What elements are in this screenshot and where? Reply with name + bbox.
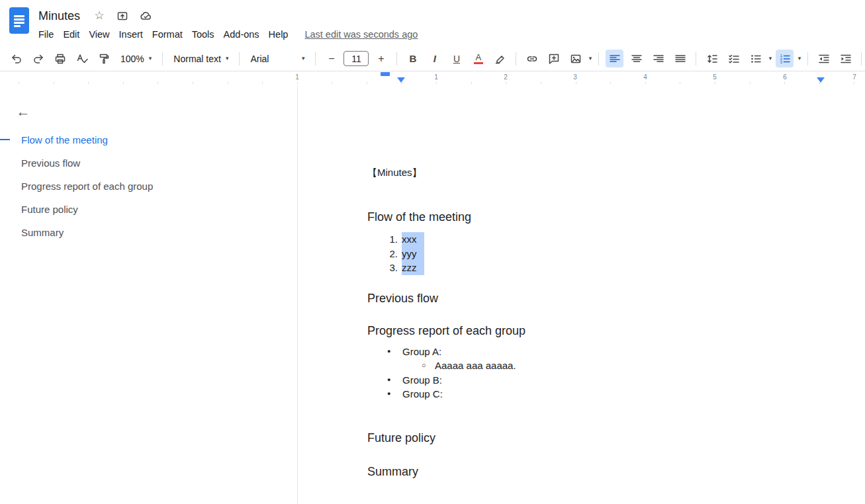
chevron-down-icon: ▾ (149, 50, 152, 67)
menu-help[interactable]: Help (264, 27, 293, 42)
checklist-button[interactable] (725, 50, 743, 67)
italic-button[interactable]: I (426, 50, 443, 67)
justify-button[interactable] (671, 50, 689, 67)
bullet-icon: ● (387, 373, 402, 388)
list-text[interactable]: Group A: (402, 345, 441, 359)
insert-link-button[interactable] (523, 50, 541, 67)
menu-format[interactable]: Format (148, 27, 187, 42)
list-item[interactable]: 1. xxx (367, 232, 852, 247)
svg-text:3: 3 (780, 60, 783, 64)
ruler-number: 1 (295, 73, 299, 81)
styles-dropdown[interactable]: Normal text ▾ (167, 50, 234, 67)
chevron-down-icon: ▾ (589, 50, 592, 67)
menu-view[interactable]: View (84, 27, 114, 42)
list-item[interactable]: ○ Aaaaa aaa aaaaa. (367, 358, 852, 373)
text-color-button[interactable]: A (469, 50, 487, 67)
menu-addons[interactable]: Add-ons (219, 27, 264, 42)
first-line-indent-marker[interactable] (397, 77, 405, 83)
align-right-button[interactable] (649, 50, 667, 67)
increase-indent-button[interactable] (837, 50, 854, 67)
back-arrow-icon: ← (17, 104, 30, 120)
list-text[interactable]: Group C: (402, 387, 443, 401)
outline-item-flow-of-the-meeting[interactable]: Flow of the meeting (0, 128, 297, 151)
document-page[interactable]: 【Minutes】 Flow of the meeting 1. xxx 2. … (298, 85, 865, 479)
line-spacing-icon (706, 53, 718, 65)
doc-heading-previous[interactable]: Previous flow (367, 291, 852, 306)
list-text[interactable]: Group B: (402, 373, 442, 388)
print-button[interactable] (51, 50, 69, 67)
spellcheck-button[interactable] (73, 50, 91, 67)
decrease-indent-button[interactable] (815, 50, 833, 67)
menu-edit[interactable]: Edit (58, 27, 84, 42)
list-item[interactable]: ● Group C: (367, 387, 852, 401)
list-item[interactable]: 3. zzz (367, 261, 852, 275)
undo-button[interactable] (7, 50, 25, 67)
outline-item-summary[interactable]: Summary (0, 221, 297, 244)
menu-file[interactable]: File (34, 27, 58, 42)
cloud-status-icon (140, 10, 152, 22)
cloud-status-icon[interactable] (137, 8, 154, 24)
document-title[interactable]: Minutes (38, 8, 80, 24)
close-outline-button[interactable]: ← (13, 102, 33, 122)
doc-heading-progress[interactable]: Progress report of each group (367, 323, 852, 338)
align-right-icon (653, 53, 664, 65)
docs-logo-icon[interactable] (9, 7, 29, 34)
outline-item-future-policy[interactable]: Future policy (0, 198, 297, 221)
increase-font-size-button[interactable]: + (372, 50, 390, 67)
paint-format-button[interactable] (95, 50, 113, 67)
doc-heading-flow[interactable]: Flow of the meeting (367, 210, 852, 224)
list-item[interactable]: ● Group A: (367, 345, 852, 359)
left-indent-marker[interactable] (381, 72, 390, 76)
align-left-button[interactable] (606, 50, 623, 67)
doc-heading-future[interactable]: Future policy (367, 431, 852, 445)
selected-text[interactable]: xxx (402, 232, 424, 247)
move-to-folder-icon[interactable] (114, 8, 131, 24)
undo-icon (11, 53, 23, 65)
doc-intro-line[interactable]: 【Minutes】 (367, 166, 852, 179)
outline-item-label: Progress report of each group (21, 181, 153, 192)
chevron-down-icon: ▾ (798, 50, 801, 67)
font-value: Arial (250, 54, 269, 64)
outline-item-progress-report[interactable]: Progress report of each group (0, 175, 297, 198)
numbered-list-icon: 123 (779, 53, 791, 65)
zoom-dropdown[interactable]: 100% ▾ (114, 50, 158, 67)
chevron-down-icon: ▾ (769, 50, 772, 67)
align-center-button[interactable] (627, 50, 645, 67)
font-dropdown[interactable]: Arial ▾ (244, 50, 310, 67)
selected-text[interactable]: yyy (402, 247, 424, 261)
line-spacing-button[interactable] (703, 50, 721, 67)
font-size-input[interactable] (343, 51, 369, 66)
list-item[interactable]: 2. yyy (367, 247, 852, 261)
ruler-number: 4 (643, 73, 647, 81)
menu-tools[interactable]: Tools (187, 27, 219, 42)
selected-text[interactable]: zzz (402, 261, 424, 275)
numbered-list-button[interactable]: 123 (776, 50, 794, 67)
body: ← Flow of the meeting Previous flow Prog… (0, 85, 865, 504)
list-text[interactable]: Aaaaa aaa aaaaa. (435, 358, 516, 373)
decrease-font-size-button[interactable]: − (322, 50, 340, 67)
doc-heading-summary[interactable]: Summary (367, 464, 852, 479)
menu-insert[interactable]: Insert (114, 27, 148, 42)
divider (696, 52, 696, 65)
numbered-list-caret[interactable]: ▾ (796, 50, 803, 67)
highlight-color-button[interactable] (491, 50, 509, 67)
decrease-indent-icon (818, 53, 830, 65)
bulleted-list-button[interactable] (747, 50, 764, 67)
bulleted-list-caret[interactable]: ▾ (766, 50, 774, 67)
underline-button[interactable]: U (447, 50, 465, 67)
bold-button[interactable]: B (404, 50, 422, 67)
star-icon[interactable]: ☆ (91, 8, 108, 24)
insert-image-button[interactable] (567, 50, 584, 67)
add-comment-button[interactable] (545, 50, 563, 67)
image-options-caret[interactable]: ▾ (586, 50, 594, 67)
bulleted-list-icon (750, 53, 762, 65)
bullet-icon: ● (387, 345, 402, 359)
list-item[interactable]: ● Group B: (367, 373, 852, 388)
outline-item-previous-flow[interactable]: Previous flow (0, 151, 297, 175)
list-number: 3. (385, 261, 398, 275)
redo-button[interactable] (29, 50, 47, 67)
redo-icon (32, 53, 44, 65)
last-edit-link[interactable]: Last edit was seconds ago (304, 29, 418, 40)
document-canvas[interactable]: 【Minutes】 Flow of the meeting 1. xxx 2. … (298, 85, 865, 504)
right-indent-marker[interactable] (817, 77, 825, 83)
